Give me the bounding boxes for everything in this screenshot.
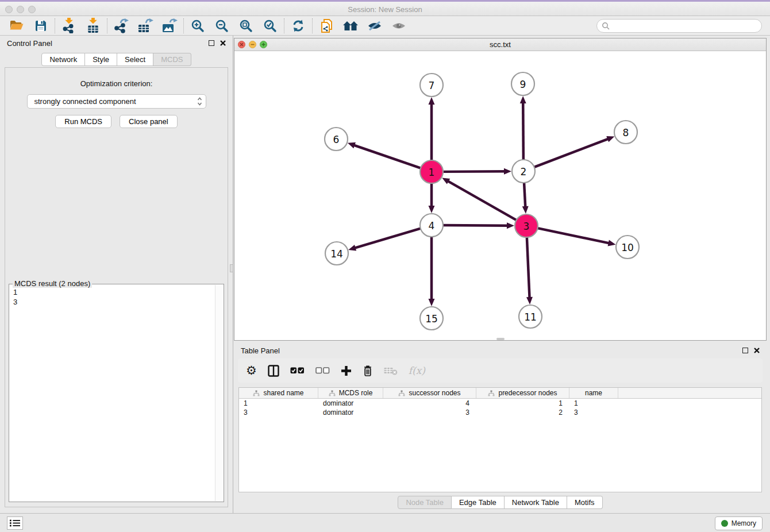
zoom-in-button[interactable] [186, 17, 210, 34]
panel-splitter-handle[interactable] [230, 264, 233, 272]
close-table-panel-icon[interactable] [754, 348, 760, 353]
table-tabs: Node TableEdge TableNetwork TableMotifs [234, 496, 767, 509]
graph-edge-2-8[interactable] [534, 138, 609, 167]
column-header-label: MCDS role [339, 389, 373, 397]
close-panel-icon[interactable] [220, 40, 226, 46]
float-panel-icon[interactable] [209, 40, 214, 46]
column-header-MCDS-role[interactable]: MCDS role [318, 388, 383, 398]
graph-node-label: 15 [425, 313, 438, 325]
deselect-all-columns-button[interactable] [315, 367, 330, 375]
network-graph[interactable]: 7968124314101511 [234, 51, 766, 340]
table-cell[interactable]: 3 [383, 408, 476, 417]
column-header-shared-name[interactable]: shared name [239, 388, 318, 398]
graph-edge-3-1[interactable] [447, 180, 517, 220]
edge-arrowhead [504, 168, 511, 175]
canvas-scrollbar-thumb[interactable] [496, 338, 505, 340]
control-panel-header: Control Panel [0, 36, 233, 51]
network-canvas[interactable]: 7968124314101511 [234, 51, 766, 340]
import-table-button[interactable] [81, 17, 105, 34]
edge-arrowhead [429, 97, 435, 105]
hide-graphics-details-button[interactable] [387, 17, 411, 34]
graph-node-label: 14 [330, 248, 343, 260]
graph-edge-3-10[interactable] [538, 228, 610, 244]
node-table[interactable]: shared nameMCDS rolesuccessor nodesprede… [238, 387, 762, 492]
table-cell[interactable]: dominator [318, 399, 383, 408]
graph-edge-2-9[interactable] [523, 102, 523, 160]
delete-table-button[interactable] [384, 366, 398, 375]
control-panel-tabs: NetworkStyleSelectMCDS [0, 53, 233, 66]
tab-edge-table[interactable]: Edge Table [452, 496, 505, 509]
select-all-icon [290, 367, 305, 375]
column-header-predecessor-nodes[interactable]: predecessor nodes [476, 388, 569, 398]
add-column-button[interactable] [341, 365, 352, 376]
column-header-name[interactable]: name [569, 388, 618, 398]
save-session-button[interactable] [29, 17, 53, 34]
graph-edge-4-14[interactable] [354, 229, 421, 248]
graph-edge-3-11[interactable] [527, 237, 530, 299]
trash-icon [363, 365, 373, 377]
graph-node-label: 6 [333, 134, 340, 145]
table-cell[interactable]: 1 [569, 399, 618, 408]
main-toolbar [0, 16, 770, 36]
apply-layout-button[interactable] [338, 17, 363, 34]
tab-motifs[interactable]: Motifs [567, 496, 603, 509]
graph-edge-2-3[interactable] [524, 183, 525, 208]
select-all-columns-button[interactable] [290, 367, 305, 375]
table-cell[interactable]: dominator [318, 408, 383, 417]
graph-edge-1-2[interactable] [443, 171, 506, 172]
search-input[interactable] [613, 22, 757, 30]
table-cell[interactable]: 1 [476, 399, 569, 408]
close-panel-button[interactable]: Close panel [120, 115, 178, 128]
table-cell[interactable]: 3 [569, 408, 618, 417]
export-table-button[interactable] [133, 17, 157, 34]
show-graphics-details-button[interactable] [363, 17, 387, 34]
task-history-button[interactable] [7, 516, 23, 530]
tab-select[interactable]: Select [117, 53, 153, 66]
table-cell[interactable]: 4 [383, 399, 476, 408]
column-type-icon [253, 390, 260, 396]
export-image-button[interactable] [157, 17, 182, 34]
float-table-panel-icon[interactable] [742, 348, 748, 353]
plus-icon [341, 365, 352, 376]
import-network-button[interactable] [57, 17, 81, 34]
table-row[interactable]: 1dominator411 [239, 399, 761, 408]
tab-node-table[interactable]: Node Table [398, 496, 452, 509]
tab-network[interactable]: Network [41, 53, 85, 66]
graph-edge-4-3[interactable] [443, 225, 509, 226]
delete-column-button[interactable] [363, 365, 373, 377]
zoom-out-icon [215, 19, 229, 33]
zoom-out-button[interactable] [210, 17, 234, 34]
table-row[interactable]: 3dominator323 [239, 408, 761, 417]
zoom-in-icon [191, 19, 205, 33]
export-network-button[interactable] [109, 17, 133, 34]
zoom-selected-icon [263, 19, 277, 33]
column-header-label: name [585, 389, 602, 397]
result-scrollbar[interactable] [215, 285, 223, 501]
table-settings-button[interactable]: ⚙ [246, 365, 257, 377]
graph-edge-1-6[interactable] [353, 145, 421, 168]
control-panel-title: Control Panel [7, 39, 52, 48]
tab-mcds[interactable]: MCDS [153, 53, 191, 66]
show-columns-button[interactable] [268, 365, 279, 377]
run-mcds-button[interactable]: Run MCDS [55, 115, 111, 128]
column-header-successor-nodes[interactable]: successor nodes [383, 388, 476, 398]
zoom-selected-button[interactable] [258, 17, 282, 34]
zoom-fit-button[interactable] [234, 17, 258, 34]
duplicate-network-button[interactable] [314, 17, 338, 34]
function-builder-button[interactable]: f(x) [409, 365, 425, 376]
search-field[interactable] [596, 19, 762, 33]
criterion-select[interactable]: strongly connected component [27, 94, 206, 109]
edge-arrowhead [606, 136, 614, 142]
network-window-titlebar[interactable]: scc.txt [234, 38, 766, 51]
open-session-button[interactable] [5, 17, 29, 34]
refresh-button[interactable] [286, 17, 310, 34]
table-cell[interactable]: 2 [476, 408, 569, 417]
tab-network-table[interactable]: Network Table [505, 496, 567, 509]
column-header-label: predecessor nodes [498, 389, 557, 397]
table-cell[interactable]: 1 [239, 399, 318, 408]
table-cell[interactable]: 3 [239, 408, 318, 417]
search-icon [602, 22, 610, 30]
mcds-result-box: MCDS result (2 nodes) 1 3 [9, 284, 224, 502]
memory-button[interactable]: Memory [715, 516, 763, 530]
tab-style[interactable]: Style [85, 53, 117, 66]
